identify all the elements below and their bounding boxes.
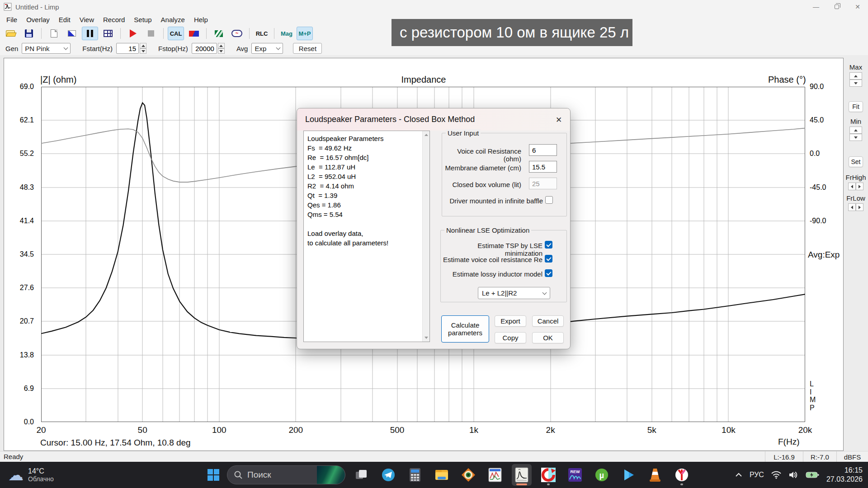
max-spinner[interactable] — [849, 72, 862, 87]
menu-overlay[interactable]: Overlay — [22, 16, 54, 23]
y-axis-left-ticks: 69.062.155.248.341.434.527.620.713.86.90… — [4, 87, 38, 422]
open-folder-icon — [6, 30, 16, 37]
set-button[interactable]: Set — [849, 156, 863, 167]
eye-app-icon[interactable] — [458, 464, 478, 486]
dialog-close-icon[interactable]: ✕ — [554, 115, 564, 125]
yandex-browser-icon[interactable] — [672, 464, 692, 486]
task-view-icon[interactable] — [352, 464, 372, 486]
magnitude-button[interactable]: Mag — [278, 27, 295, 40]
menu-edit[interactable]: Edit — [54, 16, 75, 23]
language-indicator[interactable]: РУС — [750, 471, 764, 479]
ok-button[interactable]: OK — [532, 332, 564, 343]
avg-select[interactable]: Exp — [251, 43, 283, 54]
cancel-button[interactable]: Cancel — [532, 315, 564, 327]
search-placeholder: Поиск — [247, 470, 317, 480]
vlc-icon[interactable] — [645, 464, 665, 486]
document-icon — [51, 29, 57, 38]
y-right-tick-label: 45.0 — [810, 116, 824, 124]
blue-flag-icon — [68, 30, 76, 37]
running-indicator — [547, 483, 550, 485]
search-box[interactable]: Поиск — [227, 465, 345, 484]
parameters-textbox[interactable]: Loudspeaker Parameters Fs = 49.62 Hz Re … — [303, 131, 430, 342]
oscilloscope-button[interactable]: ~ — [229, 27, 245, 40]
fstart-spinner[interactable] — [140, 43, 146, 54]
x-axis-title: F(Hz) — [778, 437, 799, 447]
wifi-icon[interactable] — [771, 471, 781, 479]
weather-widget[interactable]: ☁ 14°C Облачно — [8, 462, 54, 488]
frlow-arrows[interactable] — [848, 203, 863, 211]
menu-help[interactable]: Help — [189, 16, 212, 23]
spectrum-button[interactable] — [211, 27, 227, 40]
calculate-parameters-button[interactable]: Calculate parameters — [441, 315, 489, 343]
save-file-button[interactable] — [21, 27, 37, 40]
arta-icon[interactable] — [485, 464, 505, 486]
x-tick-label: 10k — [722, 425, 736, 435]
limp-icon[interactable] — [512, 464, 532, 486]
inductor-model-select[interactable]: Le + L2||R2 — [478, 287, 550, 299]
closed-box-volume-input — [529, 178, 557, 189]
calculator-icon[interactable] — [405, 464, 425, 486]
menu-file[interactable]: File — [2, 16, 22, 23]
minimize-button[interactable]: — — [806, 0, 826, 14]
new-document-button[interactable] — [46, 27, 62, 40]
min-spinner[interactable] — [849, 127, 862, 141]
copy-button[interactable]: Copy — [495, 332, 526, 343]
calibrate-button[interactable]: CAL — [168, 27, 184, 40]
tray-expand-icon[interactable] — [735, 473, 742, 477]
lse-option-3-checkbox[interactable] — [545, 269, 552, 277]
play-icon — [130, 29, 137, 38]
close-button[interactable]: ✕ — [847, 0, 868, 14]
y-left-tick-label: 20.7 — [20, 317, 34, 325]
clock[interactable]: 16:15 27.03.2026 — [826, 466, 863, 484]
utorrent-icon[interactable]: µ — [592, 464, 612, 486]
fit-button[interactable]: Fit — [849, 101, 863, 112]
menu-analyze[interactable]: Analyze — [156, 16, 189, 23]
fstop-input[interactable] — [192, 43, 217, 54]
scrollbar[interactable] — [422, 131, 429, 342]
menu-record[interactable]: Record — [99, 16, 129, 23]
pause-button[interactable] — [82, 27, 98, 40]
membrane-diameter-input[interactable] — [529, 161, 557, 173]
file-explorer-icon[interactable] — [432, 464, 452, 486]
telegram-icon[interactable] — [378, 464, 398, 486]
start-button[interactable] — [204, 466, 222, 484]
y-left-tick-label: 69.0 — [20, 83, 34, 91]
battery-icon[interactable] — [806, 471, 819, 479]
overlay-button[interactable] — [64, 27, 80, 40]
search-highlight-image[interactable] — [317, 465, 345, 484]
generator-type-select[interactable]: PN Pink — [22, 43, 71, 54]
red-loop-icon[interactable] — [538, 464, 558, 486]
x-tick-label: 20 — [36, 425, 46, 435]
x-tick-label: 2k — [546, 425, 555, 435]
rew-icon[interactable]: REW — [565, 464, 585, 486]
reset-button[interactable]: Reset — [293, 43, 322, 54]
scroll-down-icon[interactable] — [425, 337, 428, 339]
table-view-button[interactable] — [100, 27, 116, 40]
start-record-button[interactable] — [125, 27, 141, 40]
rlc-button[interactable]: RLC — [254, 27, 270, 40]
menu-view[interactable]: View — [75, 16, 99, 23]
x-tick-label: 200 — [288, 425, 303, 435]
frhigh-arrows[interactable] — [848, 183, 863, 190]
restore-button[interactable] — [826, 0, 847, 14]
mag-phase-button[interactable]: M+P — [297, 27, 313, 40]
y-right-tick-label: -90.0 — [810, 217, 826, 225]
lse-option-2-checkbox[interactable] — [545, 255, 552, 263]
menu-setup[interactable]: Setup — [129, 16, 156, 23]
fstop-spinner[interactable] — [218, 43, 225, 54]
chart-title: Impedance — [401, 75, 446, 85]
fstart-input[interactable] — [116, 43, 139, 54]
lse-option-1-checkbox[interactable] — [545, 241, 552, 249]
volume-icon[interactable] — [788, 471, 798, 479]
voice-coil-input[interactable] — [529, 144, 557, 156]
color-overlay-button[interactable] — [186, 27, 202, 40]
stop-record-button[interactable] — [143, 27, 159, 40]
membrane-diameter-label: Membrane diameter (cm) — [445, 164, 521, 172]
y-left-tick-label: 6.9 — [24, 385, 34, 393]
y-right-tick-label: 90.0 — [810, 83, 824, 91]
media-player-icon[interactable] — [618, 464, 638, 486]
infinite-baffle-checkbox[interactable] — [545, 196, 553, 204]
export-button[interactable]: Export — [495, 315, 526, 327]
open-file-button[interactable] — [3, 27, 19, 40]
scroll-up-icon[interactable] — [425, 134, 428, 136]
